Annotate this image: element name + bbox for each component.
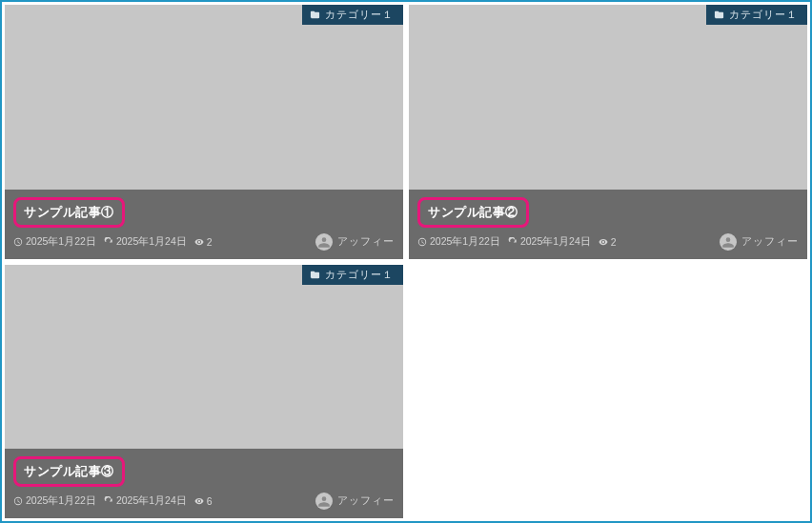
post-author[interactable]: アッフィー (315, 493, 395, 510)
empty-slot (409, 265, 807, 519)
author-name: アッフィー (337, 235, 395, 249)
post-stats: 2025年1月22日 2025年1月24日 6 (13, 494, 216, 508)
view-count: 2 (194, 236, 213, 248)
avatar (315, 493, 333, 510)
updated-date: 2025年1月24日 (104, 494, 187, 508)
avatar (720, 233, 737, 251)
card-grid: カテゴリー１ サンプル記事① 2025年1月22日 2025年1月24日 (0, 0, 812, 523)
meta-row: 2025年1月22日 2025年1月24日 6 アッフィー (13, 493, 395, 510)
post-thumbnail: カテゴリー１ (5, 265, 403, 450)
folder-icon (714, 10, 724, 20)
refresh-icon (104, 496, 113, 506)
meta-row: 2025年1月22日 2025年1月24日 2 アッフィー (13, 233, 395, 251)
avatar (315, 233, 333, 251)
person-icon (317, 494, 331, 508)
author-name: アッフィー (337, 494, 395, 508)
refresh-icon (104, 237, 113, 247)
post-card[interactable]: カテゴリー１ サンプル記事① 2025年1月22日 2025年1月24日 (5, 5, 403, 259)
post-thumbnail: カテゴリー１ (409, 5, 807, 190)
category-tag[interactable]: カテゴリー１ (302, 265, 403, 285)
category-label: カテゴリー１ (729, 8, 798, 22)
post-stats: 2025年1月22日 2025年1月24日 2 (417, 235, 620, 249)
post-thumbnail: カテゴリー１ (5, 5, 403, 190)
post-title[interactable]: サンプル記事③ (13, 456, 125, 487)
view-count: 6 (194, 495, 213, 507)
category-label: カテゴリー１ (325, 268, 394, 282)
folder-icon (310, 270, 320, 280)
updated-date: 2025年1月24日 (508, 235, 591, 249)
category-tag[interactable]: カテゴリー１ (706, 5, 807, 25)
meta-row: 2025年1月22日 2025年1月24日 2 アッフィー (417, 233, 799, 251)
category-tag[interactable]: カテゴリー１ (302, 5, 403, 25)
post-stats: 2025年1月22日 2025年1月24日 2 (13, 235, 216, 249)
category-label: カテゴリー１ (325, 8, 394, 22)
eye-icon (194, 237, 204, 247)
posted-date: 2025年1月22日 (13, 494, 96, 508)
clock-icon (13, 237, 23, 247)
updated-date: 2025年1月24日 (104, 235, 187, 249)
posted-date: 2025年1月22日 (417, 235, 500, 249)
folder-icon (310, 10, 320, 20)
clock-icon (417, 237, 427, 247)
post-meta: サンプル記事② 2025年1月22日 2025年1月24日 2 (409, 190, 807, 259)
post-title[interactable]: サンプル記事① (13, 197, 125, 228)
clock-icon (13, 496, 23, 506)
posted-date: 2025年1月22日 (13, 235, 96, 249)
view-count: 2 (599, 236, 617, 248)
person-icon (721, 235, 735, 249)
post-author[interactable]: アッフィー (720, 233, 799, 251)
person-icon (317, 235, 331, 249)
author-name: アッフィー (741, 235, 799, 249)
eye-icon (599, 237, 608, 247)
post-author[interactable]: アッフィー (315, 233, 395, 251)
post-title[interactable]: サンプル記事② (417, 197, 529, 228)
post-card[interactable]: カテゴリー１ サンプル記事③ 2025年1月22日 2025年1月24日 (5, 265, 403, 519)
post-meta: サンプル記事① 2025年1月22日 2025年1月24日 2 (5, 190, 403, 259)
post-meta: サンプル記事③ 2025年1月22日 2025年1月24日 6 (5, 449, 403, 518)
post-card[interactable]: カテゴリー１ サンプル記事② 2025年1月22日 2025年1月24日 (409, 5, 807, 259)
eye-icon (194, 496, 204, 506)
refresh-icon (508, 237, 518, 247)
